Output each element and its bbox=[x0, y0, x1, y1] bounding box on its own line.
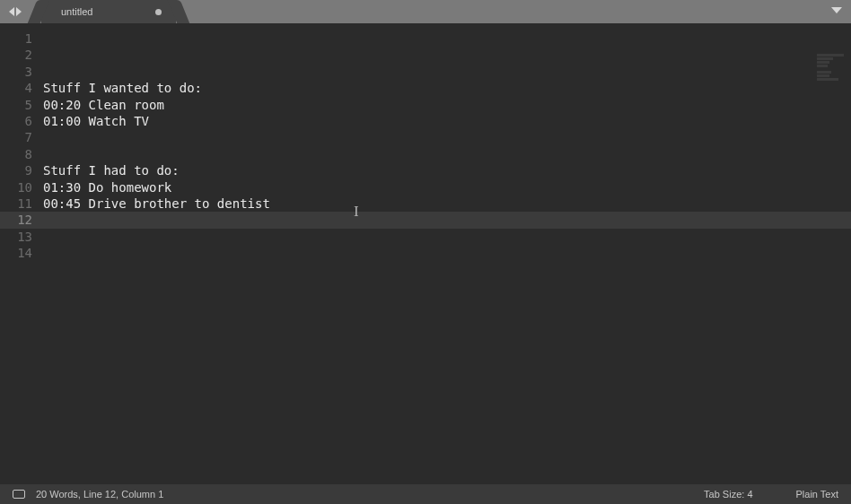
nav-arrows bbox=[0, 7, 29, 16]
status-syntax[interactable]: Plain Text bbox=[796, 489, 839, 500]
text-line[interactable] bbox=[43, 245, 851, 261]
line-number: 13 bbox=[0, 229, 43, 245]
line-number: 10 bbox=[0, 179, 43, 196]
line-number: 6 bbox=[0, 113, 43, 129]
line-number: 7 bbox=[0, 129, 43, 145]
text-line[interactable] bbox=[43, 146, 851, 162]
line-number: 1 bbox=[0, 30, 43, 47]
line-number: 8 bbox=[0, 146, 43, 162]
title-bar: untitled bbox=[0, 0, 851, 23]
line-number-gutter: 1234567891011121314 bbox=[0, 23, 43, 484]
line-number: 2 bbox=[0, 47, 43, 63]
status-tab-size[interactable]: Tab Size: 4 bbox=[704, 489, 752, 500]
tab-label: untitled bbox=[61, 6, 92, 17]
line-number: 11 bbox=[0, 196, 43, 212]
tab-strip: untitled bbox=[41, 0, 176, 23]
dirty-indicator-icon bbox=[155, 9, 162, 15]
text-line[interactable] bbox=[43, 229, 851, 245]
tab-overflow-menu-icon[interactable] bbox=[831, 7, 842, 13]
status-bar: 20 Words, Line 12, Column 1 Tab Size: 4 … bbox=[0, 484, 851, 504]
line-number: 12 bbox=[0, 212, 43, 228]
text-line[interactable] bbox=[43, 64, 851, 80]
line-number: 14 bbox=[0, 245, 43, 261]
text-line[interactable] bbox=[43, 129, 851, 145]
line-number: 3 bbox=[0, 64, 43, 80]
text-content[interactable]: Stuff I wanted to do:00:20 Clean room01:… bbox=[43, 23, 851, 484]
line-number: 5 bbox=[0, 97, 43, 113]
text-line[interactable]: 01:30 Do homework bbox=[43, 179, 851, 196]
status-words-line-col[interactable]: 20 Words, Line 12, Column 1 bbox=[36, 489, 163, 500]
line-number: 9 bbox=[0, 162, 43, 178]
text-line[interactable]: 01:00 Watch TV bbox=[43, 113, 851, 129]
tab-untitled[interactable]: untitled bbox=[41, 0, 176, 23]
text-line[interactable]: 00:45 Drive brother to dentist bbox=[43, 196, 851, 212]
text-line[interactable]: 00:20 Clean room bbox=[43, 97, 851, 113]
text-line[interactable] bbox=[43, 30, 851, 47]
editor-area[interactable]: 1234567891011121314 Stuff I wanted to do… bbox=[0, 23, 851, 484]
nav-back-icon[interactable] bbox=[9, 7, 14, 16]
text-line[interactable]: Stuff I wanted to do: bbox=[43, 80, 851, 96]
nav-forward-icon[interactable] bbox=[16, 7, 22, 16]
line-number: 4 bbox=[0, 80, 43, 96]
panel-toggle-icon[interactable] bbox=[13, 490, 25, 499]
text-line[interactable]: Stuff I had to do: bbox=[43, 162, 851, 178]
text-line[interactable] bbox=[43, 212, 851, 228]
text-line[interactable] bbox=[43, 47, 851, 63]
